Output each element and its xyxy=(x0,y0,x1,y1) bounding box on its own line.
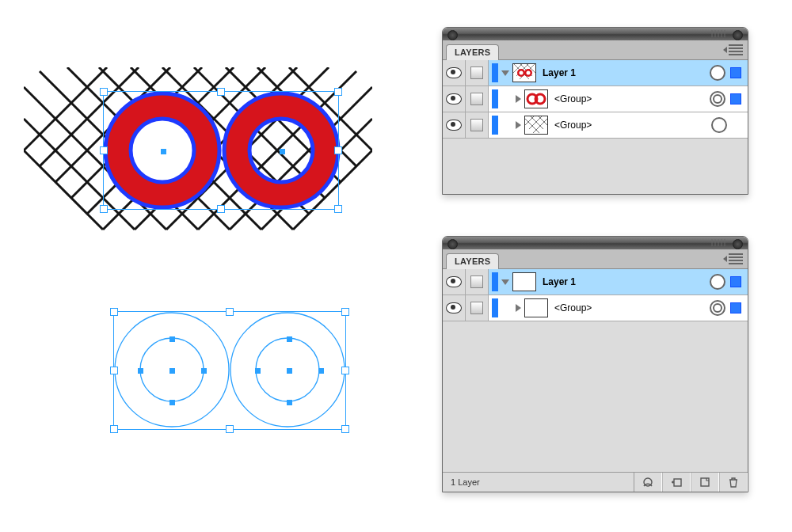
layers-panel-2[interactable]: LAYERS Layer 1 <Group> xyxy=(442,236,748,492)
handle-br[interactable] xyxy=(334,205,342,213)
handle-tm[interactable] xyxy=(217,88,225,96)
delete-layer-button[interactable] xyxy=(719,473,748,492)
anchor[interactable] xyxy=(287,400,292,405)
handle-bl[interactable] xyxy=(110,425,118,433)
selection-indicator[interactable] xyxy=(730,93,741,104)
lock-toggle[interactable] xyxy=(466,86,489,112)
anchor-center-1[interactable] xyxy=(161,149,166,154)
handle-ml[interactable] xyxy=(100,146,108,154)
anchor-center-1[interactable] xyxy=(169,368,175,374)
handle-bm[interactable] xyxy=(226,425,234,433)
anchor[interactable] xyxy=(138,368,143,374)
tab-strip: LAYERS xyxy=(443,249,748,269)
new-sublayer-button[interactable] xyxy=(662,473,691,492)
handle-mr[interactable] xyxy=(341,367,349,374)
flyout-menu-icon[interactable] xyxy=(729,253,743,264)
collapse-icon[interactable] xyxy=(733,30,743,40)
tab-strip: LAYERS xyxy=(443,40,748,60)
layer-row[interactable]: <Group> xyxy=(443,112,748,139)
stage: LAYERS Layer 1 xyxy=(0,0,792,532)
handle-bl[interactable] xyxy=(100,205,108,213)
lock-icon xyxy=(470,93,483,105)
close-icon[interactable] xyxy=(447,30,458,40)
layer-name[interactable]: <Group> xyxy=(553,302,710,314)
visibility-toggle[interactable] xyxy=(443,60,466,86)
selection-bbox-1[interactable] xyxy=(103,91,339,210)
layer-name[interactable]: Layer 1 xyxy=(541,276,710,287)
tab-layers[interactable]: LAYERS xyxy=(446,44,499,60)
eye-icon xyxy=(446,93,462,104)
flyout-menu-icon[interactable] xyxy=(729,44,743,55)
anchor[interactable] xyxy=(169,400,175,405)
target-icon[interactable] xyxy=(710,300,725,316)
anchor-center-2[interactable] xyxy=(280,149,285,154)
layer-row[interactable]: Layer 1 xyxy=(443,269,748,295)
selection-bbox-2[interactable] xyxy=(113,311,346,430)
target-icon[interactable] xyxy=(710,91,725,107)
collapse-grip-icon[interactable] xyxy=(711,30,727,37)
handle-br[interactable] xyxy=(341,425,349,433)
target-icon[interactable] xyxy=(711,117,727,133)
layer-row[interactable]: <Group> xyxy=(443,86,748,112)
layer-thumbnail xyxy=(512,272,536,291)
lock-toggle[interactable] xyxy=(466,269,489,294)
anchor[interactable] xyxy=(169,336,175,342)
handle-bm[interactable] xyxy=(217,205,225,213)
lock-toggle[interactable] xyxy=(466,112,489,138)
layer-name[interactable]: <Group> xyxy=(553,120,711,131)
panel-titlebar[interactable] xyxy=(443,237,748,249)
anchor[interactable] xyxy=(255,368,261,374)
visibility-toggle[interactable] xyxy=(443,269,466,294)
panel-body xyxy=(443,321,748,472)
new-layer-button[interactable] xyxy=(691,473,719,492)
layers-panel-1[interactable]: LAYERS Layer 1 xyxy=(442,27,748,195)
handle-tl[interactable] xyxy=(110,308,118,316)
artwork-crosshatch-rings xyxy=(24,67,372,234)
lock-toggle[interactable] xyxy=(466,60,489,86)
close-icon[interactable] xyxy=(447,239,458,249)
tab-layers[interactable]: LAYERS xyxy=(446,253,499,269)
anchor[interactable] xyxy=(318,368,324,374)
disclosure-triangle-icon[interactable] xyxy=(516,121,521,129)
layer-thumbnail xyxy=(524,89,548,108)
handle-tr[interactable] xyxy=(341,308,349,316)
lock-toggle[interactable] xyxy=(466,295,489,321)
disclosure-triangle-icon[interactable] xyxy=(501,70,509,76)
disclosure-triangle-icon[interactable] xyxy=(501,279,509,285)
handle-tm[interactable] xyxy=(226,308,234,316)
svg-line-0 xyxy=(24,67,107,150)
handle-mr[interactable] xyxy=(334,146,342,154)
svg-rect-53 xyxy=(525,116,547,134)
selection-indicator[interactable] xyxy=(730,67,741,78)
disclosure-triangle-icon[interactable] xyxy=(516,95,521,103)
layer-rows: Layer 1 <Group> xyxy=(443,269,748,321)
anchor-center-2[interactable] xyxy=(287,368,292,374)
layer-row[interactable]: Layer 1 xyxy=(443,60,748,86)
artwork-outline-rings xyxy=(107,305,352,435)
collapse-grip-icon[interactable] xyxy=(711,239,727,246)
collapse-icon[interactable] xyxy=(733,239,743,249)
visibility-toggle[interactable] xyxy=(443,295,466,321)
handle-ml[interactable] xyxy=(110,367,118,374)
layer-color xyxy=(492,89,498,108)
anchor[interactable] xyxy=(201,368,207,374)
handle-tl[interactable] xyxy=(100,88,108,96)
target-icon[interactable] xyxy=(710,274,725,290)
layer-name[interactable]: <Group> xyxy=(553,93,710,104)
make-clipping-mask-button[interactable] xyxy=(634,473,662,492)
layer-name[interactable]: Layer 1 xyxy=(541,67,710,78)
visibility-toggle[interactable] xyxy=(443,112,466,138)
selection-indicator[interactable] xyxy=(730,302,741,314)
target-icon[interactable] xyxy=(710,65,725,81)
handle-tr[interactable] xyxy=(334,88,342,96)
panel-titlebar[interactable] xyxy=(443,28,748,40)
footer-buttons xyxy=(634,473,748,492)
visibility-toggle[interactable] xyxy=(443,86,466,112)
layer-color xyxy=(492,298,498,317)
selection-indicator[interactable] xyxy=(730,276,741,287)
anchor[interactable] xyxy=(287,336,292,342)
layer-row[interactable]: <Group> xyxy=(443,295,748,321)
svg-rect-61 xyxy=(674,479,681,486)
disclosure-triangle-icon[interactable] xyxy=(516,304,521,312)
layer-thumbnail xyxy=(524,116,548,135)
